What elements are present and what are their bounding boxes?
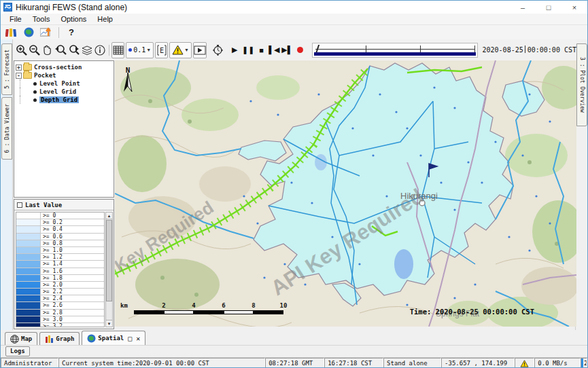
legend-swatch	[16, 240, 41, 246]
time-slider-range	[314, 52, 476, 56]
folder-icon	[23, 64, 32, 71]
status-bar: Administrator Current system time:2020-0…	[1, 357, 587, 368]
previous-step-button[interactable]: ▌◀	[268, 42, 281, 58]
record-dot-icon	[297, 47, 303, 53]
chevron-down-icon: ▼	[146, 48, 151, 52]
current-datetime: 2020-08-25 00:00:00 CST	[483, 46, 576, 54]
animate-forward-icon[interactable]	[193, 42, 207, 58]
play-button[interactable]: ▶	[228, 42, 241, 58]
database-icon[interactable]	[3, 26, 18, 39]
left-tab-strip: 5 : Forecast 6 : Data Viewer	[1, 39, 13, 330]
expander-icon[interactable]: +	[16, 65, 22, 71]
scroll-up-icon[interactable]: ▲	[106, 213, 112, 219]
zoom-previous-icon[interactable]	[54, 42, 67, 58]
legend-row[interactable]: >= 1.4	[16, 261, 104, 268]
minimize-button[interactable]: –	[510, 1, 536, 14]
scroll-down-icon[interactable]: ▼	[106, 320, 112, 327]
grid-display-icon[interactable]	[111, 42, 124, 58]
legend-row[interactable]: >= 2.6	[16, 302, 104, 309]
zoom-out-icon[interactable]	[28, 42, 41, 58]
legend-row[interactable]: >= 2.0	[16, 282, 104, 289]
menu-options[interactable]: Options	[56, 14, 91, 24]
legend-row[interactable]: >= 0.4	[16, 226, 104, 233]
legend-row[interactable]: >= 0.2	[16, 219, 104, 226]
tab-spatial[interactable]: Spatial □ ✕	[82, 331, 145, 345]
stop-button[interactable]: ■	[255, 42, 268, 58]
next-step-button[interactable]: ▶▌	[281, 42, 294, 58]
status-local-time: 16:27:18 CST	[324, 358, 383, 368]
legend-row[interactable]: >= 2.2	[16, 289, 104, 295]
chevron-down-icon: ▼	[184, 48, 189, 52]
legend-swatch	[16, 268, 41, 274]
pan-hand-icon[interactable]	[41, 42, 54, 58]
logs-button[interactable]: Logs	[5, 346, 30, 356]
record-button[interactable]	[294, 42, 307, 58]
globe-icon	[87, 334, 96, 343]
tab-forecast[interactable]: 5 : Forecast	[1, 43, 12, 95]
status-warning-icon[interactable]	[515, 358, 534, 368]
expander-icon[interactable]: -	[16, 73, 22, 79]
app-logo-icon	[3, 3, 12, 12]
status-mode: Stand alone	[383, 358, 441, 368]
zoom-in-icon[interactable]	[15, 42, 28, 58]
grid-value-dropdown[interactable]: 0.1 ▼	[126, 42, 154, 58]
tree-item-pocket[interactable]: - Pocket	[14, 71, 114, 79]
time-slider[interactable]	[312, 43, 478, 58]
legend-row[interactable]: >= 1.6	[16, 268, 104, 275]
wire-globe-icon	[10, 335, 19, 344]
legend-row[interactable]: >= 0.6	[16, 234, 104, 240]
legend-swatch	[16, 295, 41, 301]
legend-swatch	[16, 282, 41, 288]
help-button[interactable]: ?	[64, 26, 79, 39]
legend-scrollbar[interactable]: ▲ ▼	[105, 212, 113, 327]
close-button[interactable]: ×	[561, 1, 587, 14]
tree-item-depth-grid[interactable]: Depth Grid	[14, 96, 114, 104]
tab-plot-overview[interactable]: 3 : Plot Overview	[576, 43, 587, 126]
tab-graph[interactable]: Graph	[39, 332, 80, 345]
tree-item-level-point[interactable]: Level Point	[14, 79, 114, 88]
selected-tree-label: Depth Grid	[39, 96, 79, 103]
zoom-next-icon[interactable]	[67, 42, 81, 58]
timestep-clock-icon[interactable]	[211, 42, 224, 58]
legend-row[interactable]: >= 1.8	[16, 275, 104, 282]
legend-row[interactable]: >= 0	[16, 213, 104, 219]
tab-close-icon[interactable]: ✕	[136, 335, 140, 342]
legend-row[interactable]: >= 2.4	[16, 295, 104, 302]
place-label-hikurangi: Hikurangi	[400, 191, 438, 201]
legend-row[interactable]: >= 0.8	[16, 240, 104, 247]
tab-data-viewer[interactable]: 6 : Data Viewer	[1, 97, 12, 160]
layers-icon[interactable]	[81, 42, 94, 58]
scroll-thumb[interactable]	[106, 220, 112, 301]
last-value-checkbox[interactable]	[17, 202, 22, 208]
bullet-icon	[33, 82, 37, 86]
warning-threshold-dropdown[interactable]: ▼	[169, 42, 192, 58]
legend-row[interactable]: >= 1.2	[16, 254, 104, 261]
legend-swatch	[16, 226, 41, 232]
timeseries-chart-icon[interactable]	[39, 26, 54, 39]
status-coordinates: -35.657 , 174.199	[441, 358, 515, 368]
town-marker	[419, 200, 425, 206]
legend-row[interactable]: >= 2.8	[16, 310, 104, 316]
legend-swatch	[16, 323, 41, 327]
info-icon[interactable]	[94, 42, 107, 58]
status-memory: 2.5 GB	[581, 358, 587, 368]
label-display-icon[interactable]: E	[155, 42, 168, 58]
menu-file[interactable]: File	[5, 14, 27, 24]
pause-button[interactable]: ❚❚	[241, 42, 255, 58]
legend-swatch	[16, 213, 41, 219]
map-view[interactable]: API Key Required API Key Required Hikura…	[115, 60, 576, 327]
status-user: Administrator	[1, 358, 58, 368]
map-globe-icon[interactable]	[21, 26, 36, 39]
tab-map[interactable]: Map	[5, 332, 37, 345]
tree-item-level-grid[interactable]: Level Grid	[14, 88, 114, 96]
legend-row[interactable]: >= 3.0	[16, 316, 104, 323]
menu-tools[interactable]: Tools	[28, 14, 55, 24]
maximize-button[interactable]: □	[536, 1, 561, 14]
memory-usage-fill	[581, 358, 583, 368]
folder-icon	[23, 72, 32, 79]
legend-row[interactable]: >= 3.2	[16, 323, 104, 327]
menu-help[interactable]: Help	[92, 14, 118, 24]
tab-maximize-icon[interactable]: □	[128, 335, 132, 342]
legend-row[interactable]: >= 1.0	[16, 247, 104, 254]
svg-text:E: E	[160, 46, 164, 54]
